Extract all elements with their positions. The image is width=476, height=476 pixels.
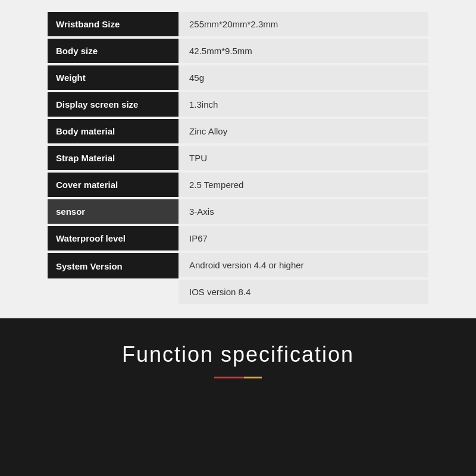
value-ios: IOS version 8.4 [178, 280, 428, 304]
value-waterproof-level: IP67 [178, 226, 428, 250]
row-cover-material: Cover material 2.5 Tempered [48, 173, 428, 197]
label-weight: Weight [48, 65, 178, 90]
value-body-material: Zinc Alloy [178, 119, 428, 143]
bottom-section: Function specification [0, 318, 476, 396]
top-section: Wristband Size 255mm*20mm*2.3mm Body siz… [0, 0, 476, 318]
row-display-screen-size: Display screen size 1.3inch [48, 92, 428, 117]
row-body-material: Body material Zinc Alloy [48, 119, 428, 143]
value-cover-material: 2.5 Tempered [178, 173, 428, 197]
spec-table: Wristband Size 255mm*20mm*2.3mm Body siz… [48, 12, 428, 304]
function-title: Function specification [122, 342, 354, 367]
label-sensor: sensor [48, 199, 178, 224]
value-wristband-size: 255mm*20mm*2.3mm [178, 12, 428, 36]
value-sensor: 3-Axis [178, 199, 428, 224]
row-sensor: sensor 3-Axis [48, 199, 428, 224]
system-values-container: Android version 4.4 or higher IOS versio… [178, 253, 428, 304]
underline-red [214, 377, 244, 378]
label-body-size: Body size [48, 39, 178, 63]
label-strap-material: Strap Material [48, 146, 178, 170]
value-body-size: 42.5mm*9.5mm [178, 39, 428, 63]
label-waterproof-level: Waterproof level [48, 226, 178, 250]
row-waterproof-level: Waterproof level IP67 [48, 226, 428, 250]
row-system-version: System Version Android version 4.4 or hi… [48, 253, 428, 304]
label-system-version: System Version [48, 253, 178, 278]
underline-yellow [244, 377, 262, 378]
value-android: Android version 4.4 or higher [178, 253, 428, 277]
value-display-screen-size: 1.3inch [178, 92, 428, 117]
title-underline [214, 377, 262, 378]
label-wristband-size: Wristband Size [48, 12, 178, 36]
value-weight: 45g [178, 65, 428, 90]
label-cover-material: Cover material [48, 173, 178, 197]
row-strap-material: Strap Material TPU [48, 146, 428, 170]
row-weight: Weight 45g [48, 65, 428, 90]
row-wristband-size: Wristband Size 255mm*20mm*2.3mm [48, 12, 428, 36]
label-display-screen-size: Display screen size [48, 92, 178, 117]
label-body-material: Body material [48, 119, 178, 143]
row-body-size: Body size 42.5mm*9.5mm [48, 39, 428, 63]
value-strap-material: TPU [178, 146, 428, 170]
